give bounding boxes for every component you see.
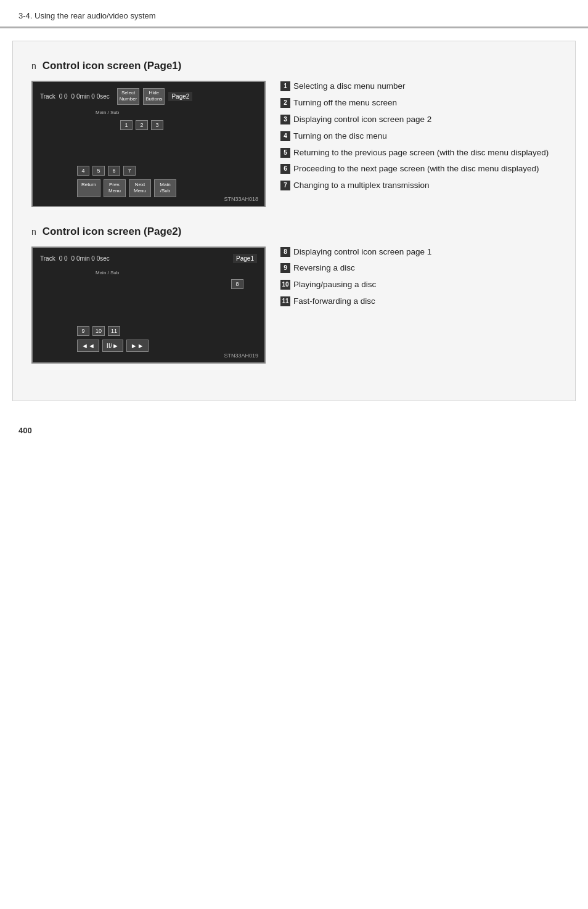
badge-6: 6: [280, 164, 290, 174]
item7-text: Changing to a multiplex transmission: [293, 180, 430, 192]
screen1-btn5[interactable]: 5: [92, 166, 105, 176]
screen1-main-sub: Main / Sub: [96, 110, 119, 115]
screen2-track-label: Track: [40, 255, 55, 262]
section1-title-row: n Control icon screen (Page1): [31, 60, 557, 72]
list-item: 1 Selecting a disc menu number: [280, 81, 557, 92]
list-item: 4 Turning on the disc menu: [280, 131, 557, 142]
section1-title: Control icon screen (Page1): [43, 60, 182, 71]
section2-left-panel: Track 0 0 0 0min 0 0sec Page1 Main / Sub…: [31, 247, 266, 364]
badge-1: 1: [280, 81, 290, 91]
screen2-btn11[interactable]: 11: [108, 326, 120, 336]
list-item: 10 Playing/pausing a disc: [280, 279, 557, 291]
screen2-image-id: STN33AH019: [224, 353, 258, 359]
screen1-btn-select-number[interactable]: SelectNumber: [117, 88, 139, 105]
item4-text: Turning on the disc menu: [293, 131, 387, 142]
screen1-track-label: Track: [40, 93, 55, 100]
screen2-mockup: Track 0 0 0 0min 0 0sec Page1 Main / Sub…: [31, 247, 266, 364]
screen2-btn-ff[interactable]: ►►: [126, 340, 149, 352]
screen1-image-id: STN33AH018: [224, 196, 258, 202]
badge-11: 11: [280, 296, 290, 306]
section1-right-panel: 1 Selecting a disc menu number 2 Turning…: [280, 81, 557, 207]
list-item: 9 Reversing a disc: [280, 263, 557, 274]
badge-4: 4: [280, 131, 290, 141]
section1-list: 1 Selecting a disc menu number 2 Turning…: [280, 81, 557, 192]
screen2-btn-play-pause[interactable]: II/►: [102, 340, 123, 352]
item10-text: Playing/pausing a disc: [293, 279, 376, 291]
screen1-btn-return[interactable]: Return: [77, 179, 100, 197]
screen2-btn10[interactable]: 10: [92, 326, 105, 336]
badge-10: 10: [280, 280, 290, 290]
screen1-track-value: 0 0: [59, 93, 68, 100]
section2-title-row: n Control icon screen (Page2): [31, 226, 557, 238]
item8-text: Displaying control icon screen page 1: [293, 247, 431, 258]
badge-7: 7: [280, 181, 290, 190]
section2: Track 0 0 0 0min 0 0sec Page1 Main / Sub…: [31, 247, 557, 364]
section1-n-marker: n: [31, 61, 36, 71]
screen1-btn4[interactable]: 4: [77, 166, 89, 176]
item2-text: Turning off the menu screen: [293, 97, 397, 109]
badge-3: 3: [280, 115, 290, 124]
screen2-btn-rew[interactable]: ◄◄: [77, 340, 99, 352]
badge-9: 9: [280, 263, 290, 273]
badge-8: 8: [280, 247, 290, 257]
screen1-btn-hide-buttons[interactable]: HideButtons: [143, 88, 165, 105]
screen1-btn6[interactable]: 6: [108, 166, 120, 176]
section2-list: 8 Displaying control icon screen page 1 …: [280, 247, 557, 308]
item5-text: Returning to the previous page screen (w…: [293, 147, 549, 159]
list-item: 11 Fast-forwarding a disc: [280, 296, 557, 308]
list-item: 2 Turning off the menu screen: [280, 97, 557, 109]
badge-5: 5: [280, 148, 290, 158]
screen1-btn2[interactable]: 2: [136, 120, 148, 130]
item9-text: Reversing a disc: [293, 263, 355, 274]
main-content: n Control icon screen (Page1) Track 0 0 …: [12, 41, 576, 401]
screen2-top-row: Track 0 0 0 0min 0 0sec Page1: [40, 254, 257, 263]
screen1-btn3[interactable]: 3: [151, 120, 163, 130]
section1-left-panel: Track 0 0 0 0min 0 0sec SelectNumber Hid…: [31, 81, 266, 207]
section2-n-marker: n: [31, 227, 36, 237]
section1: Track 0 0 0 0min 0 0sec SelectNumber Hid…: [31, 81, 557, 207]
list-item: 5 Returning to the previous page screen …: [280, 147, 557, 159]
screen2-btn-page1[interactable]: Page1: [233, 254, 257, 263]
screen1-btn-prev-menu[interactable]: Prev.Menu: [104, 179, 126, 197]
screen2-mid-row: 9 10 11: [40, 326, 257, 336]
item11-text: Fast-forwarding a disc: [293, 296, 375, 308]
page-footer: 400: [0, 414, 588, 447]
screen2-btn8[interactable]: 8: [231, 279, 243, 289]
screen2-time-label: 0 0min 0 0sec: [71, 255, 110, 262]
item3-text: Displaying control icon screen page 2: [293, 114, 431, 126]
screen2-bottom-row: ◄◄ II/► ►►: [40, 340, 257, 352]
header-title: 3-4. Using the rear audio/video system: [18, 11, 156, 20]
badge-2: 2: [280, 98, 290, 108]
page-header: 3-4. Using the rear audio/video system: [0, 0, 588, 28]
screen1-btn-next-menu[interactable]: NextMenu: [129, 179, 151, 197]
screen1-time-label: 0 0min 0 0sec: [71, 93, 110, 100]
screen1-mockup: Track 0 0 0 0min 0 0sec SelectNumber Hid…: [31, 81, 266, 207]
screen1-btn7[interactable]: 7: [123, 166, 136, 176]
screen1-mid-row: 4 5 6 7: [40, 166, 257, 176]
screen2-main-sub: Main / Sub: [96, 270, 119, 275]
screen1-bottom-row: Return Prev.Menu NextMenu Main/Sub: [40, 179, 257, 197]
item1-text: Selecting a disc menu number: [293, 81, 406, 92]
screen1-btn-page2[interactable]: Page2: [168, 92, 192, 101]
screen1-top-row: Track 0 0 0 0min 0 0sec SelectNumber Hid…: [40, 88, 257, 105]
list-item: 3 Displaying control icon screen page 2: [280, 114, 557, 126]
screen2-btn9[interactable]: 9: [77, 326, 89, 336]
screen1-btn1[interactable]: 1: [120, 120, 133, 130]
item6-text: Proceeding to the next page screen (with…: [293, 163, 539, 175]
list-item: 6 Proceeding to the next page screen (wi…: [280, 163, 557, 175]
screen2-track-value: 0 0: [59, 255, 68, 262]
list-item: 8 Displaying control icon screen page 1: [280, 247, 557, 258]
page-number: 400: [18, 426, 32, 435]
list-item: 7 Changing to a multiplex transmission: [280, 180, 557, 192]
section2-title: Control icon screen (Page2): [43, 226, 182, 237]
screen1-btn-main-sub[interactable]: Main/Sub: [154, 179, 176, 197]
section2-right-panel: 8 Displaying control icon screen page 1 …: [280, 247, 557, 364]
